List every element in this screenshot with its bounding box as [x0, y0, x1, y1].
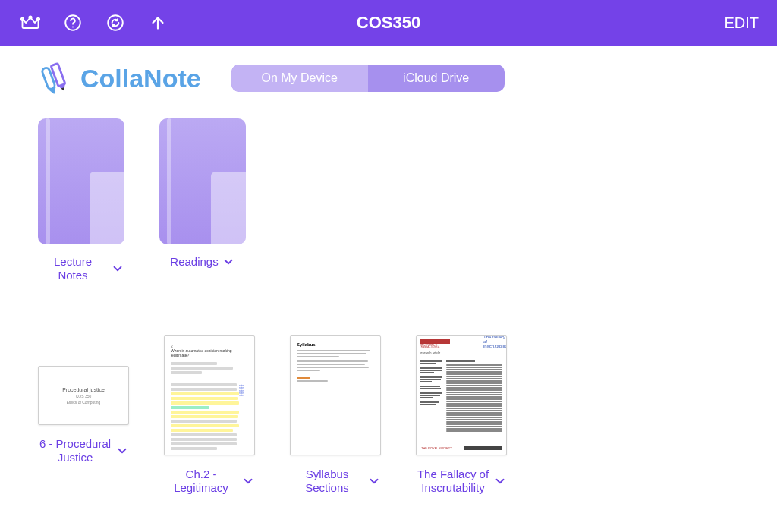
folder-icon	[38, 118, 124, 244]
document-procedural-justice[interactable]: Procedural justice COS 350 Ethics of Com…	[38, 335, 129, 464]
help-icon[interactable]	[61, 11, 85, 35]
app-logo-text: CollaNote	[80, 64, 201, 93]
document-label-row[interactable]: The Fallacy of Inscrutability	[416, 467, 507, 495]
document-fallacy-of-inscrutability[interactable]: PHILOSOPHICAL TRANSACTIONS A The fallacy…	[416, 335, 507, 495]
thumb-subtitle: Ethics of Computing	[67, 400, 101, 405]
document-label: Ch.2 - Legitimacy	[164, 467, 238, 495]
document-label-row[interactable]: 6 - Procedural Justice	[38, 437, 129, 464]
segment-on-my-device[interactable]: On My Device	[231, 65, 368, 92]
chevron-down-icon[interactable]	[241, 474, 255, 488]
folder-label: Readings	[170, 255, 218, 269]
chevron-down-icon[interactable]	[115, 444, 129, 458]
document-syllabus-sections[interactable]: Syllabus Syllabus Sections	[290, 335, 381, 495]
document-thumbnail: Syllabus	[290, 335, 381, 455]
storage-segmented-control: On My Device iCloud Drive	[231, 65, 505, 92]
top-bar: COS350 EDIT	[0, 0, 777, 46]
segment-icloud-drive[interactable]: iCloud Drive	[368, 65, 505, 92]
folder-label-row[interactable]: Readings	[170, 255, 234, 269]
folder-lecture-notes[interactable]: Lecture Notes	[38, 118, 124, 282]
crown-icon[interactable]	[18, 11, 42, 35]
upload-icon[interactable]	[146, 11, 170, 35]
document-ch2-legitimacy[interactable]: 2 When is automated decision-making legi…	[164, 335, 255, 495]
svg-point-5	[108, 15, 123, 30]
document-label: The Fallacy of Inscrutability	[416, 467, 490, 495]
document-thumbnail: 2 When is automated decision-making legi…	[164, 335, 255, 455]
chevron-down-icon[interactable]	[367, 474, 381, 488]
document-label: Syllabus Sections	[290, 467, 364, 495]
document-label-row[interactable]: Syllabus Sections	[290, 467, 381, 495]
folder-readings[interactable]: Readings	[159, 118, 246, 269]
chevron-down-icon[interactable]	[493, 474, 507, 488]
thumb-heading: When is automated decision-making legiti…	[171, 348, 248, 357]
sync-icon[interactable]	[103, 11, 127, 35]
thumb-subtitle: COS 350	[76, 394, 92, 398]
folder-label-row[interactable]: Lecture Notes	[38, 255, 124, 282]
thumb-title: Procedural justice	[62, 387, 105, 392]
top-bar-left-icons	[18, 11, 170, 35]
folder-icon	[159, 118, 246, 244]
chevron-down-icon[interactable]	[222, 255, 235, 269]
thumb-title: The fallacy of inscrutability	[483, 335, 507, 348]
thumb-footer: THE ROYAL SOCIETY	[421, 446, 452, 450]
content-area: Lecture Notes Readings Procedural justic…	[0, 96, 777, 495]
thumb-title: Syllabus	[297, 342, 374, 347]
header-row: CollaNote On My Device iCloud Drive	[0, 46, 777, 96]
chevron-down-icon[interactable]	[111, 262, 124, 275]
documents-row: Procedural justice COS 350 Ethics of Com…	[38, 335, 739, 495]
document-thumbnail: PHILOSOPHICAL TRANSACTIONS A The fallacy…	[416, 335, 507, 455]
app-logo: CollaNote	[38, 61, 201, 96]
folders-row: Lecture Notes Readings	[38, 118, 739, 282]
collanote-mark-icon	[38, 61, 73, 96]
document-label-row[interactable]: Ch.2 - Legitimacy	[164, 467, 255, 495]
document-thumbnail: Procedural justice COS 350 Ethics of Com…	[38, 366, 129, 425]
document-label: 6 - Procedural Justice	[38, 437, 112, 464]
folder-label: Lecture Notes	[38, 255, 108, 282]
margin-annotation: notenotenotenotenote	[239, 385, 253, 397]
edit-button[interactable]: EDIT	[724, 14, 759, 32]
svg-point-4	[72, 26, 74, 27]
